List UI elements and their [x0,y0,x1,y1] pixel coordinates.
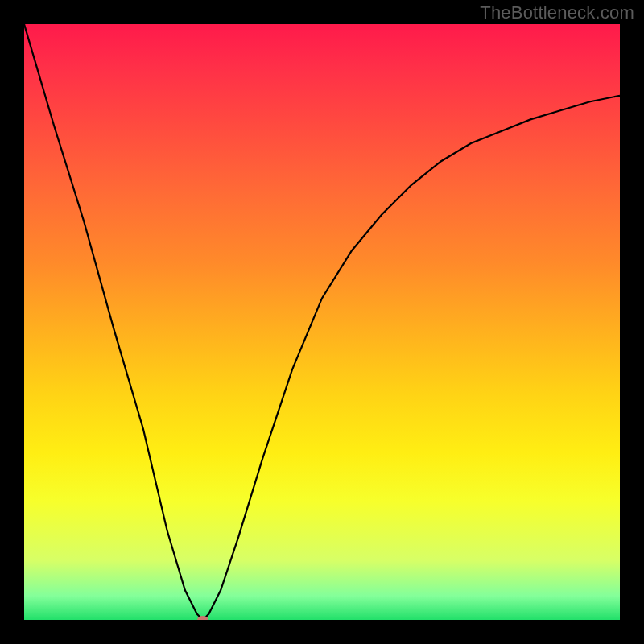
plot-area [24,24,620,620]
attribution-text: TheBottleneck.com [480,2,634,23]
minimum-marker [197,616,208,620]
curve-path [24,24,620,620]
chart-frame: TheBottleneck.com [0,0,644,644]
bottleneck-curve [24,24,620,620]
